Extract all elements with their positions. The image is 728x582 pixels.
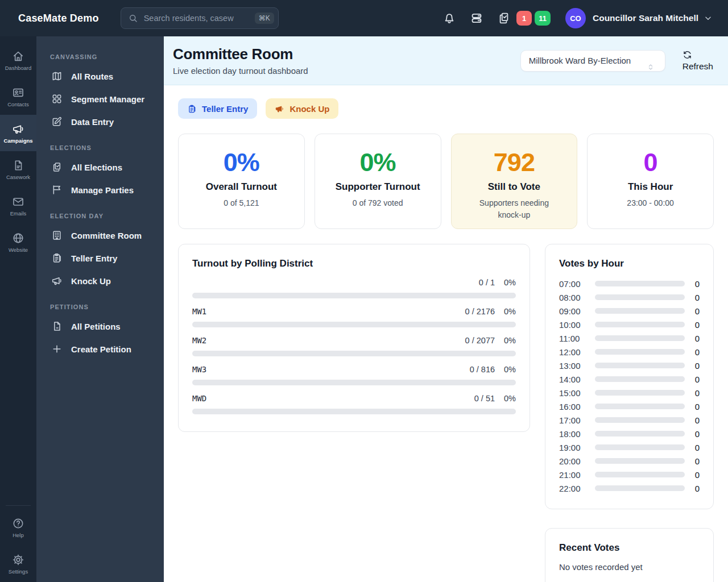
hour-row: 12:000 [559, 345, 700, 359]
sidebar-item-committee-room[interactable]: Committee Room [50, 224, 152, 247]
recent-votes-title: Recent Votes [559, 542, 700, 554]
rail-item-help[interactable]: Help [0, 509, 36, 546]
rail-item-casework[interactable]: Casework [0, 151, 36, 188]
hour-value: 0 [690, 415, 700, 425]
avatar[interactable]: CO [565, 8, 586, 28]
stat-value: 792 [460, 149, 569, 176]
file-icon [51, 321, 63, 332]
rail-divider [6, 505, 31, 506]
stat-value: 0% [323, 149, 433, 176]
hour-bar [595, 281, 685, 286]
district-progress-bar [192, 380, 516, 385]
rail-item-website[interactable]: Website [0, 224, 36, 260]
recent-votes-empty-text: No votes recorded yet [559, 562, 700, 572]
hour-row: 19:000 [559, 440, 700, 454]
hour-bar [595, 335, 685, 341]
sidebar-item-label: All Routes [71, 72, 113, 81]
sidebar-item-segment-manager[interactable]: Segment Manager [50, 88, 152, 110]
rail-item-campaigns[interactable]: Campaigns [0, 115, 36, 151]
votes-by-hour-title: Votes by Hour [559, 258, 700, 269]
sidebar-item-label: Teller Entry [71, 253, 117, 263]
stat-value: 0% [187, 149, 296, 176]
user-menu-chevron-down-icon[interactable] [703, 13, 713, 23]
election-select[interactable]: Millbrook Ward By-Election [520, 50, 665, 72]
rail-spacer [0, 260, 36, 502]
sidebar-item-data-entry[interactable]: Data Entry [50, 110, 152, 133]
global-search[interactable]: ⌘K [121, 7, 279, 29]
hour-value: 0 [690, 347, 700, 357]
search-shortcut-badge: ⌘K [255, 13, 274, 24]
sidebar-item-all-routes[interactable]: All Routes [50, 65, 152, 88]
sidebar-item-label: Segment Manager [71, 94, 144, 104]
rail-item-dashboard[interactable]: Dashboard [0, 42, 36, 78]
district-progress-bar [192, 322, 516, 327]
refresh-button[interactable]: Refresh [682, 50, 713, 72]
home-icon [12, 50, 24, 63]
district-votes: 0 / 1 [479, 278, 495, 287]
knock-up-button[interactable]: Knock Up [266, 98, 338, 119]
stat-label: Supporter Turnout [323, 181, 433, 193]
clipboard-lines-icon [187, 104, 197, 114]
recent-votes-panel: Recent Votes No votes recorded yet [545, 528, 714, 582]
database-icon[interactable] [470, 11, 483, 25]
sidebar-section-title: PETITIONS [50, 304, 152, 310]
votes-by-hour-panel: Votes by Hour 07:00008:00009:00010:00011… [545, 244, 714, 509]
rail-item-emails[interactable]: Emails [0, 188, 36, 224]
district-percent: 0% [504, 307, 516, 316]
hour-label: 14:00 [559, 375, 589, 384]
rail-item-settings[interactable]: Settings [0, 546, 36, 582]
rail-item-contacts[interactable]: Contacts [0, 78, 36, 115]
grid-icon [51, 93, 63, 105]
hour-value: 0 [690, 320, 700, 330]
hour-row: 20:000 [559, 454, 700, 468]
clipboard-check-icon [51, 161, 63, 173]
district-votes: 0 / 2176 [465, 307, 495, 316]
stat-value: 0 [595, 149, 705, 176]
hour-label: 15:00 [559, 388, 589, 398]
megaphone-icon [51, 275, 63, 286]
sidebar-item-all-elections[interactable]: All Elections [50, 156, 152, 178]
district-label: MW2 [192, 336, 206, 345]
search-input[interactable] [144, 14, 249, 23]
contacts-icon [12, 86, 24, 99]
sidebar-item-knock-up[interactable]: Knock Up [50, 269, 152, 292]
sidebar-item-manage-parties[interactable]: Manage Parties [50, 178, 152, 201]
hour-label: 16:00 [559, 402, 589, 411]
tasks-clipboard-icon[interactable] [497, 11, 511, 25]
success-count-badge[interactable]: 11 [535, 11, 551, 26]
hour-label: 12:00 [559, 347, 589, 357]
hour-bar [595, 322, 685, 327]
megaphone-icon [275, 104, 284, 114]
district-progress-bar [192, 409, 516, 414]
hour-bar [595, 390, 685, 396]
icon-rail: DashboardContactsCampaignsCaseworkEmails… [0, 36, 36, 582]
refresh-label: Refresh [682, 61, 713, 72]
hour-value: 0 [690, 402, 700, 411]
notifications-bell-icon[interactable] [442, 11, 456, 25]
select-updown-icon [650, 56, 660, 66]
hour-row: 16:000 [559, 400, 700, 413]
sidebar-item-all-petitions[interactable]: All Petitions [50, 315, 152, 338]
district-percent: 0% [504, 336, 516, 345]
stat-card-this-hour: 0This Hour23:00 - 00:00 [587, 134, 714, 229]
sidebar-item-create-petition[interactable]: Create Petition [50, 338, 152, 360]
hour-bar [595, 363, 685, 368]
topbar-right: 1 11 CO Councillor Sarah Mitchell [429, 8, 713, 28]
turnout-by-district-panel: Turnout by Polling District 0 / 10%MW10 … [178, 244, 530, 432]
hour-label: 20:00 [559, 456, 589, 466]
rail-item-label: Website [9, 247, 28, 253]
clipboard-check-icon [497, 11, 511, 25]
edit-icon [51, 116, 63, 127]
sidebar-item-label: Knock Up [71, 276, 111, 286]
plus-icon [51, 343, 63, 355]
server-icon [470, 11, 483, 25]
district-row: MWD0 / 510% [192, 394, 516, 414]
district-label: MW3 [192, 365, 206, 374]
rail-item-label: Settings [9, 568, 28, 575]
alert-count-badge[interactable]: 1 [516, 11, 532, 26]
sidebar-item-teller-entry[interactable]: Teller Entry [50, 247, 152, 269]
sidebar-item-label: Manage Parties [71, 185, 134, 195]
teller-entry-button[interactable]: Teller Entry [178, 98, 257, 119]
rail-item-label: Campaigns [3, 138, 32, 144]
hour-row: 09:000 [559, 304, 700, 318]
